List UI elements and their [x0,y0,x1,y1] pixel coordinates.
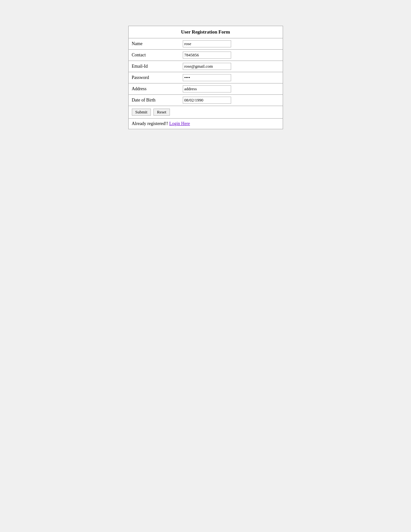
submit-button[interactable]: Submit [132,109,151,116]
address-label: Address [129,84,180,94]
contact-input-cell [180,50,283,61]
registration-form: User Registration Form Name Contact Emai… [128,26,283,129]
buttons-row: Submit Reset [129,106,283,119]
contact-row: Contact [129,50,283,61]
name-row: Name [129,38,283,50]
dob-input-cell [180,95,283,106]
already-registered-text: Already registered!! [132,121,170,126]
login-row: Already registered!! Login Here [129,119,283,129]
name-input[interactable] [183,40,231,47]
contact-input[interactable] [183,52,231,59]
name-input-cell [180,38,283,49]
email-label: Email-Id [129,61,180,72]
password-row: Password [129,72,283,83]
email-input-cell [180,61,283,72]
password-input[interactable] [183,74,231,81]
email-row: Email-Id [129,61,283,72]
address-input-cell [180,83,283,94]
form-title: User Registration Form [129,26,283,38]
address-input[interactable] [183,85,231,92]
email-input[interactable] [183,63,231,70]
dob-row: Date of Birth [129,95,283,106]
password-input-cell [180,72,283,83]
password-label: Password [129,73,180,83]
name-label: Name [129,39,180,49]
dob-label: Date of Birth [129,95,180,105]
address-row: Address [129,83,283,95]
dob-input[interactable] [183,97,231,104]
reset-button[interactable]: Reset [153,109,170,116]
contact-label: Contact [129,50,180,60]
login-here-link[interactable]: Login Here [169,121,190,126]
